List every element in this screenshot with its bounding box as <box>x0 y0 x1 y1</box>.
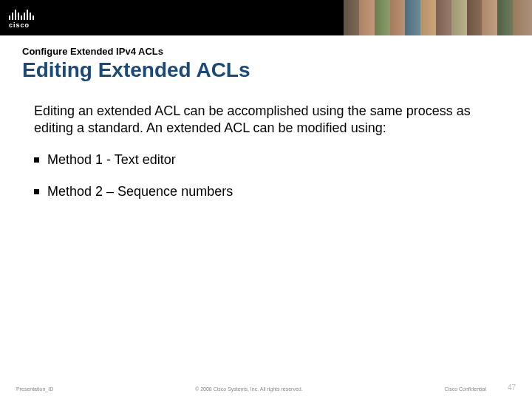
footer-confidential: Cisco Confidential <box>445 386 486 392</box>
pre-title: Configure Extended IPv4 ACLs <box>22 46 510 57</box>
main-title: Editing Extended ACLs <box>22 58 510 82</box>
bullet-list: Method 1 - Text editor Method 2 – Sequen… <box>22 152 510 200</box>
cisco-logo: cisco <box>0 7 34 29</box>
header-bar: cisco <box>0 0 532 35</box>
slide-content: Configure Extended IPv4 ACLs Editing Ext… <box>0 35 532 200</box>
list-item: Method 2 – Sequence numbers <box>34 184 510 200</box>
cisco-bars-icon <box>9 7 34 20</box>
page-number: 47 <box>508 383 516 392</box>
cisco-logo-text: cisco <box>9 21 30 29</box>
footer-presentation-id: Presentation_ID <box>16 386 53 392</box>
body-paragraph: Editing an extended ACL can be accomplis… <box>22 103 510 136</box>
list-item: Method 1 - Text editor <box>34 152 510 168</box>
footer-copyright: © 2008 Cisco Systems, Inc. All rights re… <box>53 386 444 392</box>
header-photo-strip <box>340 0 532 35</box>
footer: Presentation_ID © 2008 Cisco Systems, In… <box>0 386 532 392</box>
